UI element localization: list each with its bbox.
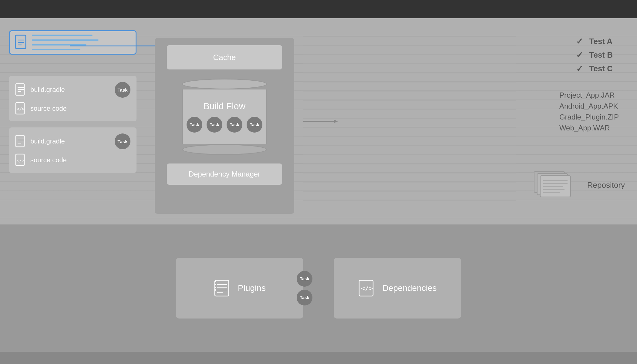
test-results: ✓ Test A ✓ Test B ✓ Test C: [576, 36, 613, 74]
plugin-task-1: Task: [297, 271, 312, 287]
svg-rect-0: [15, 35, 26, 49]
build-card-1: build.gradle Task </> source code: [9, 76, 136, 121]
task-circle-1: Task: [187, 117, 202, 133]
test-row-c: ✓ Test C: [576, 64, 613, 74]
task-badge-1: Task: [115, 82, 130, 98]
main-content: build.gradle Task </> source code: [0, 18, 637, 224]
build-flow-label: Build Flow: [204, 101, 245, 111]
middle-section: Cache Build Flow Task Task Task Task: [146, 18, 303, 224]
task-circle-2: Task: [207, 117, 222, 133]
build-gradle-row-1: build.gradle Task: [15, 82, 130, 98]
test-row-b: ✓ Test B: [576, 50, 613, 60]
source-code-row-1: </> source code: [15, 102, 130, 115]
svg-rect-53: [215, 289, 216, 291]
svg-rect-52: [215, 287, 216, 288]
test-b-label: Test B: [589, 50, 613, 60]
plugin-task-2: Task: [297, 290, 312, 305]
task-circle-4: Task: [247, 117, 262, 133]
test-row-a: ✓ Test A: [576, 36, 613, 46]
file-lines-content: [32, 34, 131, 51]
source-code-row-2: </> source code: [15, 153, 130, 167]
svg-rect-51: [215, 284, 216, 285]
output-zip: Gradle_Plugin.ZIP: [559, 113, 619, 121]
top-file-card: [9, 30, 136, 55]
repo-icon: [533, 170, 581, 200]
task-badge-2: Task: [115, 133, 130, 149]
task-row: Task Task Task Task: [187, 117, 262, 133]
build-gradle-label-1: build.gradle: [30, 86, 110, 94]
build-gradle-row-2: build.gradle Task: [15, 133, 130, 149]
cache-box: Cache: [167, 45, 282, 69]
right-section: ✓ Test A ✓ Test B ✓ Test C Project_App.J…: [303, 18, 637, 224]
checkmark-c: ✓: [576, 64, 583, 74]
plugins-icon: [214, 279, 232, 297]
file-icon-blue: [15, 35, 28, 50]
dep-manager-label: Dependency Manager: [189, 170, 260, 178]
dependencies-label: Dependencies: [382, 283, 436, 293]
top-bar: [0, 0, 637, 18]
source-code-label-2: source code: [30, 156, 130, 164]
cylinder-container: Build Flow Task Task Task Task: [182, 79, 267, 155]
svg-text:</>: </>: [17, 158, 24, 163]
plugins-label: Plugins: [238, 283, 266, 293]
plugins-card: Plugins Task Task: [176, 258, 303, 318]
test-a-label: Test A: [589, 37, 612, 46]
build-gradle-label-2: build.gradle: [30, 137, 110, 145]
output-war: Web_App.WAR: [559, 124, 619, 132]
cylinder-bottom: [182, 144, 267, 155]
task-circle-3: Task: [227, 117, 242, 133]
bottom-section: Plugins Task Task </> Dependencies: [0, 224, 637, 352]
output-apk: Android_App.APK: [559, 102, 619, 110]
svg-rect-50: [215, 281, 216, 282]
gradle-box: Cache Build Flow Task Task Task Task: [155, 38, 294, 214]
test-c-label: Test C: [589, 64, 613, 73]
checkmark-b: ✓: [576, 50, 583, 60]
plugin-task-stack: Task Task: [297, 271, 312, 305]
left-section: build.gradle Task </> source code: [0, 18, 146, 224]
dependencies-card: </> Dependencies: [334, 258, 461, 318]
repo-label: Repository: [587, 180, 625, 190]
svg-text:</>: </>: [17, 106, 24, 111]
svg-rect-45: [215, 280, 229, 296]
repo-svg: [533, 170, 581, 200]
cylinder-top: [182, 79, 267, 89]
repo-area: Repository: [533, 170, 625, 200]
svg-text:</>: </>: [361, 285, 373, 292]
output-jar: Project_App.JAR: [559, 91, 619, 99]
svg-marker-36: [334, 120, 338, 123]
source-code-label-1: source code: [30, 105, 130, 113]
dependencies-icon: </>: [358, 279, 376, 297]
cache-label: Cache: [213, 53, 236, 62]
build-card-2: build.gradle Task </> source code: [9, 127, 136, 173]
output-files: Project_App.JAR Android_App.APK Gradle_P…: [559, 91, 619, 132]
checkmark-a: ✓: [576, 36, 583, 46]
cylinder-body: Build Flow Task Task Task Task: [182, 89, 267, 144]
dep-box: Dependency Manager: [167, 163, 282, 185]
